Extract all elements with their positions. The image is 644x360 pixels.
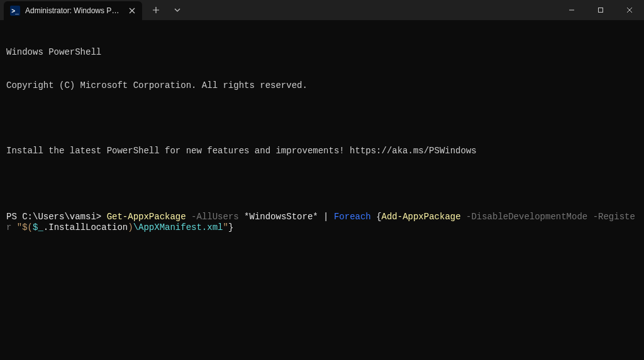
cmdlet: Add-AppxPackage — [382, 212, 461, 222]
tab-controls — [142, 0, 187, 20]
arg: *WindowsStore* — [244, 212, 318, 222]
blank-line — [6, 113, 638, 124]
window-controls — [557, 0, 644, 20]
output-line: Windows PowerShell — [6, 47, 638, 58]
close-icon — [626, 7, 633, 13]
powershell-icon: >_ — [10, 6, 20, 16]
flag: -DisableDevelopmentMode — [461, 212, 593, 222]
chevron-down-icon — [174, 8, 180, 12]
plus-icon — [152, 6, 160, 14]
tab-close-button[interactable] — [127, 6, 137, 16]
output-line: Copyright (C) Microsoft Corporation. All… — [6, 80, 638, 92]
property: .InstallLocation — [43, 222, 128, 232]
tab-dropdown-button[interactable] — [167, 1, 187, 19]
new-tab-button[interactable] — [146, 1, 166, 19]
powershell-icon-glyph: >_ — [11, 8, 18, 14]
window-close-button[interactable] — [615, 0, 644, 20]
titlebar: >_ Administrator: Windows PowerS — [0, 0, 644, 20]
maximize-button[interactable] — [586, 0, 615, 20]
svg-rect-0 — [599, 8, 603, 13]
maximize-icon — [597, 7, 604, 13]
pipe: | — [318, 212, 334, 222]
path: \AppXManifest.xml — [133, 222, 223, 232]
flag: -AllUsers — [186, 212, 244, 222]
terminal-output[interactable]: Windows PowerShell Copyright (C) Microso… — [0, 20, 644, 249]
tab-title: Administrator: Windows PowerS — [25, 6, 122, 15]
paren: ) — [128, 222, 133, 232]
close-icon — [129, 8, 135, 14]
variable: $_ — [33, 222, 43, 232]
titlebar-drag-area[interactable] — [187, 0, 557, 20]
output-line: Install the latest PowerShell for new fe… — [6, 146, 638, 157]
cmdlet: Get-AppxPackage — [107, 212, 186, 222]
brace: } — [228, 222, 233, 232]
keyword-foreach: Foreach — [334, 212, 371, 222]
blank-line — [6, 179, 638, 190]
brace: { — [371, 212, 382, 222]
tab-powershell[interactable]: >_ Administrator: Windows PowerS — [4, 1, 142, 20]
command-line: PS C:\Users\vamsi> Get-AppxPackage -AllU… — [6, 212, 638, 234]
string-close: " — [223, 222, 228, 232]
minimize-button[interactable] — [557, 0, 586, 20]
string-open: "$( — [11, 222, 33, 232]
minimize-icon — [569, 7, 575, 13]
prompt: PS C:\Users\vamsi> — [6, 212, 107, 222]
